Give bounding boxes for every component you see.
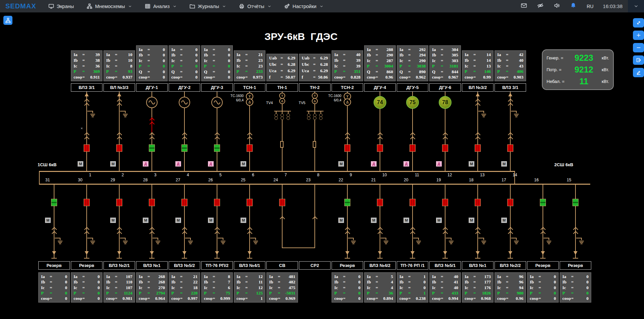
measurement-box[interactable]: Ia=14Ib=14Ic=13P=146cosφ=0.99 xyxy=(462,50,493,81)
breaker-closed[interactable] xyxy=(84,199,90,206)
breaker-closed[interactable] xyxy=(247,199,253,206)
bay-label[interactable]: ТП-76 РП /1 xyxy=(397,261,428,270)
bay-label[interactable]: ВЛЗ №4/2 xyxy=(364,261,396,270)
bay-label[interactable]: ДГУ-5 xyxy=(397,83,428,92)
breaker-open[interactable] xyxy=(149,144,155,152)
measurement-box[interactable]: Ia=96Ib=96Ic=94P=980cosφ=0.96 xyxy=(495,272,526,303)
bay-label[interactable]: ДГУ-1 xyxy=(136,83,168,92)
breaker-closed[interactable] xyxy=(507,144,513,152)
bay-label[interactable]: ТН-1 xyxy=(266,83,298,92)
menu-reports[interactable]: Отчёты xyxy=(239,3,271,9)
breaker-closed[interactable] xyxy=(116,199,122,206)
measurement-box[interactable]: Ia=0Ib=0Ic=0P=0cosφ=0 xyxy=(38,272,70,303)
breaker-open[interactable] xyxy=(181,144,187,152)
breaker-closed[interactable] xyxy=(377,199,383,206)
menu-journals[interactable]: Журналы xyxy=(189,3,226,9)
breaker-closed[interactable] xyxy=(507,199,513,206)
bay-label[interactable]: ВЛЗ №2/2 xyxy=(495,261,526,270)
bay-label[interactable]: Резерв xyxy=(38,261,70,270)
breaker-open[interactable] xyxy=(344,199,350,206)
bay-label[interactable]: ВЛ №3/2 xyxy=(462,83,493,92)
breaker-closed[interactable] xyxy=(410,199,416,206)
breaker-open[interactable] xyxy=(214,144,220,152)
breaker-closed[interactable] xyxy=(214,199,220,206)
measurement-box[interactable]: Ia=304Ib=305Ic=303P=3181Q=844cosφ=0.967 xyxy=(429,45,461,81)
measurement-box[interactable]: Ia=40Ib=41Ic=40P=433cosφ=0.994 xyxy=(429,272,461,303)
mail-icon[interactable] xyxy=(521,2,527,9)
measurement-box[interactable]: Uab=6.29Ubc=6.28Uca=6.29f=50.07 xyxy=(266,54,298,81)
breaker-closed[interactable] xyxy=(149,199,155,206)
bay-label[interactable]: ВЛЗ 3/1 xyxy=(71,83,102,92)
zoom-out-button[interactable] xyxy=(633,43,644,52)
language-selector[interactable]: RU xyxy=(587,4,593,9)
bay-label[interactable]: Резерв xyxy=(332,261,363,270)
bay-label[interactable]: ДГУ-6 xyxy=(429,83,461,92)
bay-label[interactable]: ВЛЗ №1 xyxy=(136,261,168,270)
measurement-box[interactable]: Ia=21Ib=23Ic=23P=233cosφ=0.973 xyxy=(234,50,265,81)
breaker-closed[interactable] xyxy=(410,144,416,152)
bay-label[interactable]: ВЛЗ №5/2 xyxy=(169,261,200,270)
bay-label[interactable]: ТСН-1 xyxy=(234,83,265,92)
bay-label[interactable]: ВЛЗ №1 xyxy=(462,261,493,270)
bay-label[interactable]: ВЛЗ №4/1 xyxy=(234,261,265,270)
measurement-box[interactable]: Ia=39Ib=38Ic=36P=369cosφ=0.911 xyxy=(71,50,102,81)
bay-label[interactable]: СР2 xyxy=(299,261,331,270)
menu-mimics[interactable]: Мнемосхемы xyxy=(87,3,132,9)
menu-analysis[interactable]: Анализ xyxy=(145,3,177,9)
bay-label[interactable]: ВЛЗ 3/1 xyxy=(495,83,526,92)
bay-label[interactable]: ВЛЗ №2/1 xyxy=(103,261,135,270)
breaker-open[interactable] xyxy=(51,199,57,206)
mimic-tree-button[interactable] xyxy=(3,16,12,25)
measurement-box[interactable]: Ia=0Ib=0Ic=0P=0Q=0cosφ=0 xyxy=(169,45,200,81)
bay-label[interactable]: ДГУ-3 xyxy=(201,83,233,92)
measurement-box[interactable]: Ia=173Ib=177Ic=176P=1826cosφ=0.968 xyxy=(462,272,493,303)
measurement-box[interactable]: Ia=5Ib=4Ic=4P=36cosφ=0.894 xyxy=(364,272,396,303)
export-button[interactable] xyxy=(633,55,644,65)
measurement-box[interactable]: Ia=40Ib=39Ic=39P=351cosφ=0.828 xyxy=(332,50,363,81)
breaker-closed[interactable] xyxy=(84,144,90,152)
bay-label[interactable]: ДГУ-2 xyxy=(169,83,200,92)
measurement-box[interactable]: Ia=12Ib=11Ic=12P=125cosφ=1 xyxy=(234,272,265,303)
measurement-box[interactable]: Ia=0Ib=0Ic=0P=0cosφ=0 xyxy=(527,272,559,303)
measurement-box[interactable]: Ia=42Ib=40Ic=43P=406cosφ=0.903 xyxy=(495,50,526,81)
breaker-closed[interactable] xyxy=(247,144,253,152)
measurement-box[interactable]: Ia=0Ib=0Ic=0P=0Q=0cosφ=0 xyxy=(136,45,168,81)
measurement-box[interactable]: Ia=0Ib=0Ic=0P=0cosφ=0 xyxy=(71,272,102,303)
bay-label[interactable]: ТСН-2 xyxy=(332,83,363,92)
bay-label[interactable]: ВЛ №3/3 xyxy=(103,83,135,92)
measurement-box[interactable]: Ia=10Ib=10Ic=8P=93cosφ=0.937 xyxy=(103,50,135,81)
measurement-box[interactable]: Ia=8Ib=7Ic=6P=75cosφ=0.999 xyxy=(201,272,233,303)
eye-off-icon[interactable] xyxy=(537,2,544,9)
measurement-box[interactable]: Ia=1Ib=0Ic=0P=1cosφ=0.238 xyxy=(397,272,428,303)
measurement-box[interactable]: Ia=0Ib=0Ic=0P=0Q=0cosφ=0 xyxy=(201,45,233,81)
breaker-closed[interactable] xyxy=(377,144,383,152)
bay-label[interactable]: Резерв xyxy=(71,261,102,270)
sedmax-logo[interactable]: SEDMAX xyxy=(5,2,36,10)
bay-label[interactable]: Резерв xyxy=(527,261,559,270)
measurement-box[interactable]: Uab=6.29Ubc=6.28Uca=6.29f=50.06 xyxy=(299,54,331,81)
bay-label[interactable]: ВЛЗ №5/1 xyxy=(429,261,461,270)
breaker-closed[interactable] xyxy=(181,199,187,206)
menu-screens[interactable]: Экраны xyxy=(48,3,74,9)
measurement-box[interactable]: Ia=107Ib=110Ic=107P=1124cosφ=0.981 xyxy=(103,272,135,303)
menu-settings[interactable]: Настройки xyxy=(284,3,324,9)
breaker-closed[interactable] xyxy=(116,144,122,152)
breaker-closed[interactable] xyxy=(344,144,350,152)
breaker-open[interactable] xyxy=(572,199,578,206)
bay-label[interactable]: ТН-2 xyxy=(299,83,331,92)
bay-label[interactable]: СВ xyxy=(266,261,298,270)
measurement-box[interactable]: Ia=288Ib=290Ic=287P=3004Q=860cosφ=0.96 xyxy=(364,45,396,81)
bay-label[interactable]: Резерв xyxy=(560,261,591,270)
measurement-box[interactable]: Ia=21Ib=22Ic=18P=220cosφ=0.997 xyxy=(169,272,200,303)
breaker-closed[interactable] xyxy=(442,144,448,152)
bay-label[interactable]: ТП-76 РП/2 xyxy=(201,261,233,270)
bay-label[interactable]: ДГУ-4 xyxy=(364,83,396,92)
edit-button[interactable] xyxy=(633,68,644,77)
sound-icon[interactable] xyxy=(554,2,560,9)
breaker-closed[interactable] xyxy=(442,199,448,206)
fit-button[interactable] xyxy=(633,18,644,28)
user-menu-button[interactable] xyxy=(628,0,644,12)
breaker-closed[interactable] xyxy=(475,199,481,206)
measurement-box[interactable]: Ia=0Ib=0Ic=0P=0cosφ=0 xyxy=(332,272,363,303)
measurement-box[interactable]: Ia=481Ib=482Ic=475P=-5031cosφ=0.969 xyxy=(266,272,298,303)
